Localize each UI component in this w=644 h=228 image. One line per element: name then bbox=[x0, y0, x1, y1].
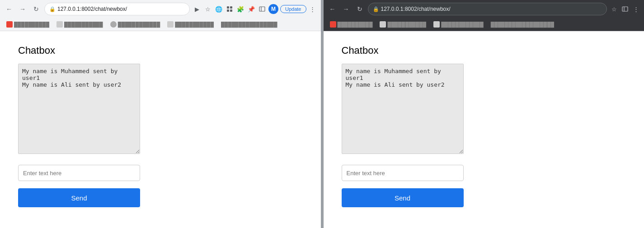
bookmark-label-2: ███████████ bbox=[64, 22, 103, 27]
left-page-content: Chatbox My name is Muhammed sent by user… bbox=[0, 31, 321, 228]
left-chat-display[interactable]: My name is Muhammed sent by user1 My nam… bbox=[18, 64, 140, 154]
right-chat-input[interactable] bbox=[342, 165, 464, 181]
svg-rect-4 bbox=[259, 7, 265, 11]
right-back-button[interactable]: ← bbox=[327, 4, 338, 14]
right-bookmark-favicon-2 bbox=[380, 21, 386, 28]
right-sidebar-icon[interactable] bbox=[620, 5, 630, 14]
toolbar-actions: ▶ ☆ 🌐 🧩 📌 M Update ⋮ bbox=[193, 4, 317, 14]
right-send-button[interactable]: Send bbox=[342, 188, 464, 207]
right-bookmark-label-2: ███████████ bbox=[387, 22, 426, 27]
right-refresh-button[interactable]: ↻ bbox=[354, 4, 365, 14]
cast-icon[interactable]: ▶ bbox=[193, 5, 202, 14]
right-bookmark-favicon-3 bbox=[433, 21, 440, 28]
bookmark-favicon-2 bbox=[56, 21, 63, 28]
svg-rect-6 bbox=[622, 7, 628, 11]
right-bookmark-favicon-1 bbox=[330, 21, 336, 28]
url-text: 127.0.0.1:8002/chat/newbox/ bbox=[57, 6, 127, 12]
bookmark-item[interactable]: ███████████ bbox=[165, 20, 216, 28]
left-toolbar: ← → ↻ 🔒 127.0.0.1:8002/chat/newbox/ ▶ ☆ … bbox=[0, 0, 321, 18]
forward-button[interactable]: → bbox=[17, 4, 28, 14]
bookmark-favicon-3 bbox=[110, 21, 117, 28]
right-toolbar: ← → ↻ 🔒 127.0.0.1:8002/chat/newbox/ ☆ ⋮ bbox=[324, 0, 644, 18]
right-lock-icon: 🔒 bbox=[373, 6, 379, 12]
update-button[interactable]: Update bbox=[280, 5, 306, 13]
left-browser-chrome: ← → ↻ 🔒 127.0.0.1:8002/chat/newbox/ ▶ ☆ … bbox=[0, 0, 321, 31]
bookmark-label-5: ████████████████ bbox=[221, 22, 277, 27]
right-bookmark-item[interactable]: ███████████ bbox=[377, 20, 429, 28]
sidebar-icon[interactable] bbox=[258, 5, 267, 14]
bookmark-item[interactable]: ███████████ bbox=[54, 20, 106, 28]
svg-rect-1 bbox=[230, 6, 232, 9]
right-bookmarks-bar: ██████████ ███████████ ████████████ ████… bbox=[324, 18, 644, 31]
right-chat-display[interactable]: My name is Muhammed sent by user1 My nam… bbox=[342, 64, 464, 154]
refresh-button[interactable]: ↻ bbox=[31, 4, 42, 14]
bookmark-item[interactable]: ████████████████ bbox=[218, 21, 280, 28]
right-toolbar-actions: ☆ ⋮ bbox=[610, 5, 640, 14]
translate-icon[interactable]: 🌐 bbox=[214, 5, 223, 14]
right-bookmark-item[interactable]: ████████████ bbox=[431, 20, 486, 28]
bookmark-item[interactable]: ████████████ bbox=[108, 20, 163, 28]
bookmark-favicon-4 bbox=[167, 21, 174, 28]
bookmark-label-1: ██████████ bbox=[14, 22, 49, 27]
right-address-bar[interactable]: 🔒 127.0.0.1:8002/chat/newbox/ bbox=[368, 3, 607, 15]
bookmark-star-icon[interactable]: ☆ bbox=[203, 5, 212, 14]
extension-icon[interactable] bbox=[225, 5, 234, 14]
right-url-text: 127.0.0.1:8002/chat/newbox/ bbox=[381, 6, 451, 12]
right-bookmark-label-4: ██████████████████ bbox=[491, 22, 554, 27]
right-browser-chrome: ← → ↻ 🔒 127.0.0.1:8002/chat/newbox/ ☆ ⋮ … bbox=[324, 0, 644, 31]
bookmark-label-4: ███████████ bbox=[175, 22, 214, 27]
back-button[interactable]: ← bbox=[4, 4, 14, 14]
right-browser-panel: ← → ↻ 🔒 127.0.0.1:8002/chat/newbox/ ☆ ⋮ … bbox=[324, 0, 644, 228]
more-icon[interactable]: ⋮ bbox=[308, 5, 317, 14]
right-more-icon[interactable]: ⋮ bbox=[631, 5, 640, 14]
left-browser-panel: ← → ↻ 🔒 127.0.0.1:8002/chat/newbox/ ▶ ☆ … bbox=[0, 0, 321, 228]
right-chatbox-title: Chatbox bbox=[342, 45, 626, 56]
svg-rect-3 bbox=[230, 9, 232, 12]
left-send-button[interactable]: Send bbox=[18, 188, 140, 207]
profile-circle[interactable]: M bbox=[268, 4, 278, 14]
right-star-icon[interactable]: ☆ bbox=[610, 5, 619, 14]
right-bookmark-item[interactable]: ██████████████████ bbox=[488, 21, 557, 28]
svg-rect-0 bbox=[227, 6, 229, 9]
bookmark-favicon-1 bbox=[6, 21, 13, 28]
bookmark-item[interactable]: ██████████ bbox=[4, 20, 52, 28]
left-chat-input[interactable] bbox=[18, 165, 140, 181]
right-bookmark-label-1: ██████████ bbox=[338, 22, 373, 27]
bookmark-label-3: ████████████ bbox=[118, 22, 160, 27]
puzzle-icon[interactable]: 🧩 bbox=[236, 5, 245, 14]
left-chatbox-title: Chatbox bbox=[18, 45, 303, 56]
right-forward-button[interactable]: → bbox=[341, 4, 352, 14]
right-page-content: Chatbox My name is Muhammed sent by user… bbox=[324, 31, 644, 228]
right-bookmark-item[interactable]: ██████████ bbox=[327, 20, 376, 28]
left-bookmarks-bar: ██████████ ███████████ ████████████ ████… bbox=[0, 18, 321, 31]
pin-icon[interactable]: 📌 bbox=[247, 5, 256, 14]
address-bar[interactable]: 🔒 127.0.0.1:8002/chat/newbox/ bbox=[44, 3, 190, 15]
right-bookmark-label-3: ████████████ bbox=[441, 22, 484, 27]
svg-rect-2 bbox=[227, 9, 229, 12]
lock-icon: 🔒 bbox=[49, 6, 56, 12]
